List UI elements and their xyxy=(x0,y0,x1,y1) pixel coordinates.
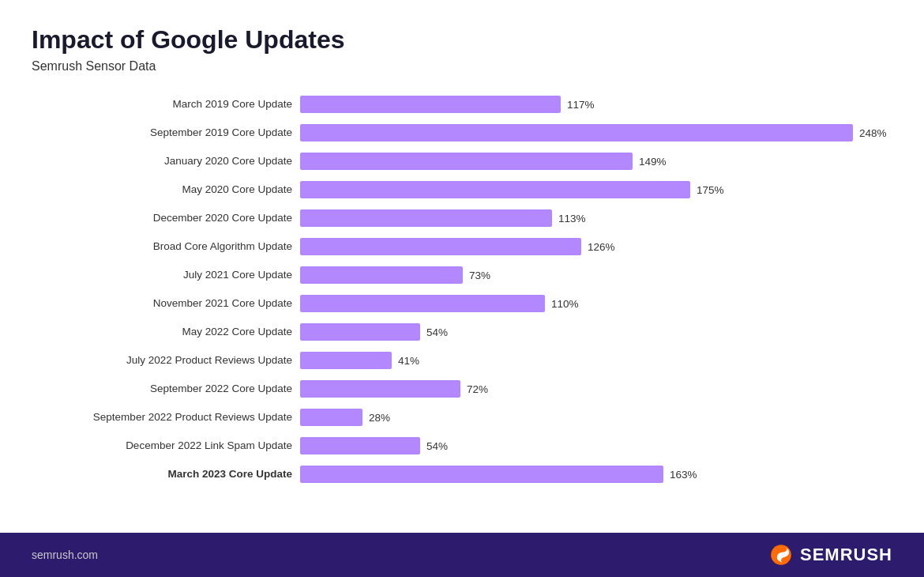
bar-value: 117% xyxy=(567,99,595,111)
bar xyxy=(300,380,460,398)
bar-label: July 2022 Product Reviews Update xyxy=(32,354,300,367)
bar-label: September 2019 Core Update xyxy=(32,126,300,139)
bar xyxy=(300,323,420,341)
bar-container: 41% xyxy=(300,352,892,369)
bar-label: September 2022 Product Reviews Update xyxy=(32,411,300,424)
bar-value: 54% xyxy=(426,326,448,338)
bar-row: March 2023 Core Update163% xyxy=(32,462,892,486)
bar-row: September 2019 Core Update248% xyxy=(32,121,892,145)
bar-label: November 2021 Core Update xyxy=(32,297,300,310)
bar-container: 28% xyxy=(300,409,892,426)
bar-row: May 2020 Core Update175% xyxy=(32,178,892,202)
bar xyxy=(300,437,420,454)
bar xyxy=(300,96,561,113)
bar-label: January 2020 Core Update xyxy=(32,155,300,168)
chart-subtitle: Semrush Sensor Data xyxy=(32,59,892,74)
bar-value: 28% xyxy=(369,412,390,424)
semrush-logo-icon xyxy=(768,542,794,568)
bar-label: December 2022 Link Spam Update xyxy=(32,439,300,452)
bar-container: 175% xyxy=(300,181,892,198)
bar-value: 54% xyxy=(426,440,448,452)
bar-value: 126% xyxy=(588,241,615,253)
bar-container: 54% xyxy=(300,323,892,341)
footer: semrush.com SEMRUSH xyxy=(0,533,924,577)
bar-label: May 2022 Core Update xyxy=(32,326,300,338)
bar-label: December 2020 Core Update xyxy=(32,212,300,224)
bar xyxy=(300,153,633,170)
bar-row: September 2022 Core Update72% xyxy=(32,377,892,401)
footer-logo: SEMRUSH xyxy=(768,542,892,568)
bar-row: January 2020 Core Update149% xyxy=(32,149,892,173)
chart-area: March 2019 Core Update117%September 2019… xyxy=(32,92,892,486)
bar xyxy=(300,466,663,483)
bar-row: May 2022 Core Update54% xyxy=(32,320,892,344)
bar-container: 163% xyxy=(300,466,892,483)
footer-url: semrush.com xyxy=(32,549,98,561)
bar-label: September 2022 Core Update xyxy=(32,383,300,395)
bar-value: 149% xyxy=(639,156,667,168)
bar-value: 41% xyxy=(398,355,419,367)
bar-row: July 2022 Product Reviews Update41% xyxy=(32,349,892,372)
bar-value: 163% xyxy=(670,469,697,481)
bar-value: 73% xyxy=(469,270,490,281)
bar-container: 72% xyxy=(300,380,892,398)
bar-value: 113% xyxy=(558,213,586,224)
bar-label: March 2023 Core Update xyxy=(32,468,300,481)
bar-value: 110% xyxy=(551,298,579,310)
bar-row: March 2019 Core Update117% xyxy=(32,92,892,116)
bar xyxy=(300,238,581,255)
chart-title: Impact of Google Updates xyxy=(32,25,892,55)
bar xyxy=(300,266,463,284)
bar xyxy=(300,295,545,312)
bar xyxy=(300,124,853,141)
bar-container: 113% xyxy=(300,209,892,227)
bar-value: 248% xyxy=(859,127,887,139)
footer-brand: SEMRUSH xyxy=(800,545,892,565)
bar-container: 126% xyxy=(300,238,892,255)
bar-container: 248% xyxy=(300,124,892,141)
bar xyxy=(300,209,552,227)
bar-value: 72% xyxy=(467,383,488,395)
bar-row: September 2022 Product Reviews Update28% xyxy=(32,405,892,429)
bar xyxy=(300,352,392,369)
bar-container: 149% xyxy=(300,153,892,170)
bar xyxy=(300,409,362,426)
bar-container: 73% xyxy=(300,266,892,284)
bar xyxy=(300,181,690,198)
bar-container: 117% xyxy=(300,96,892,113)
bar-label: July 2021 Core Update xyxy=(32,269,300,281)
bar-value: 175% xyxy=(697,184,724,196)
bar-label: Broad Core Algorithm Update xyxy=(32,240,300,253)
bar-label: March 2019 Core Update xyxy=(32,98,300,111)
bar-container: 54% xyxy=(300,437,892,454)
bar-row: July 2021 Core Update73% xyxy=(32,263,892,287)
main-content: Impact of Google Updates Semrush Sensor … xyxy=(0,0,924,533)
bar-container: 110% xyxy=(300,295,892,312)
bar-row: December 2022 Link Spam Update54% xyxy=(32,434,892,458)
bar-label: May 2020 Core Update xyxy=(32,183,300,196)
bar-row: December 2020 Core Update113% xyxy=(32,206,892,230)
bar-row: November 2021 Core Update110% xyxy=(32,292,892,315)
bar-row: Broad Core Algorithm Update126% xyxy=(32,235,892,258)
